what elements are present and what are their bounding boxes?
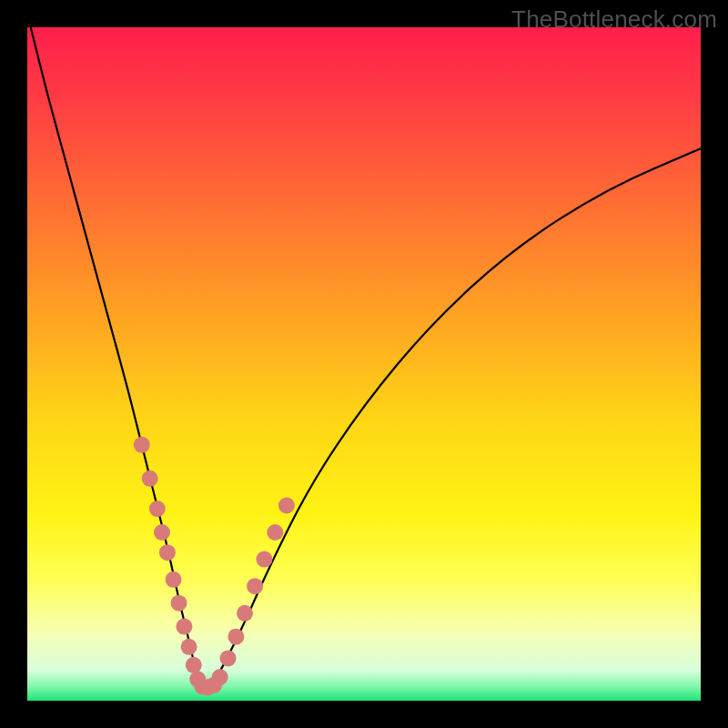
watermark-text: TheBottleneck.com bbox=[511, 5, 717, 34]
curve-marker bbox=[237, 605, 253, 622]
plot-background bbox=[27, 27, 701, 701]
curve-marker bbox=[186, 657, 202, 673]
curve-marker bbox=[267, 524, 283, 541]
curve-marker bbox=[171, 595, 187, 612]
curve-marker bbox=[247, 578, 263, 594]
chart-stage: TheBottleneck.com bbox=[0, 0, 728, 728]
curve-marker bbox=[166, 571, 182, 588]
bottleneck-chart bbox=[27, 27, 701, 701]
curve-marker bbox=[142, 470, 158, 487]
curve-marker bbox=[256, 551, 272, 568]
curve-marker bbox=[278, 497, 295, 513]
curve-marker bbox=[159, 544, 176, 561]
curve-marker bbox=[134, 437, 150, 453]
curve-marker bbox=[181, 639, 197, 655]
curve-marker bbox=[149, 500, 166, 517]
curve-marker bbox=[220, 650, 237, 666]
curve-marker bbox=[176, 619, 192, 635]
curve-marker bbox=[212, 669, 228, 685]
curve-marker bbox=[228, 629, 244, 645]
curve-marker bbox=[154, 524, 170, 541]
